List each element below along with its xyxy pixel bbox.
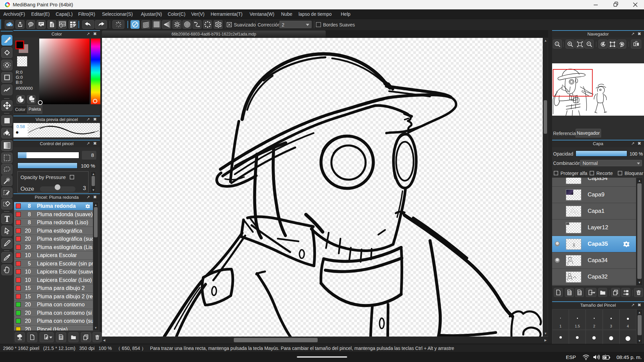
svg-text:1: 1 (556, 42, 558, 45)
svg-text:S: S (60, 337, 62, 339)
svg-text:8: 8 (569, 291, 570, 294)
svg-text:1: 1 (579, 291, 580, 294)
